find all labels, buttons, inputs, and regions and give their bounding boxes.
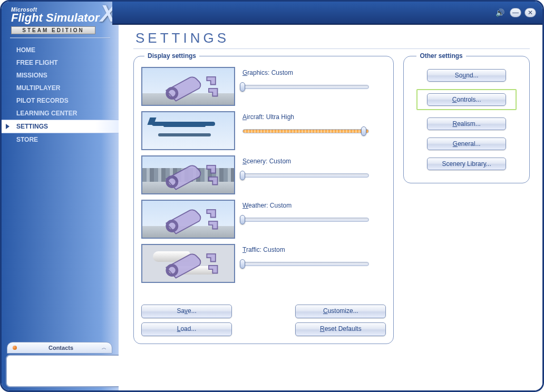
wrench-icon — [162, 205, 220, 236]
aircraft-slider[interactable] — [242, 126, 369, 135]
close-button[interactable]: ✕ — [524, 8, 536, 17]
titlebar: 🔊 — ✕ — [112, 2, 542, 25]
sidebar-nav: HOMEFREE FLIGHTMISSIONSMULTIPLAYERPILOT … — [2, 42, 119, 148]
panels-row: Display settings Graphics: CustomAircraf… — [133, 52, 530, 344]
page-title: SETTINGS — [133, 29, 530, 49]
aircraft-slider-label: Aircraft: Ultra High — [242, 113, 386, 121]
graphics-thumbnail[interactable] — [141, 67, 235, 106]
minimize-button[interactable]: — — [510, 8, 521, 17]
traffic-slider[interactable] — [242, 259, 369, 268]
controls-button[interactable]: Controls... — [427, 93, 506, 106]
weather-thumbnail[interactable] — [141, 200, 235, 239]
scenery-slider-label: Scenery: Custom — [242, 158, 386, 165]
sidebar: Microsoft Flight Simulator X STEAM EDITI… — [2, 2, 119, 390]
graphics-setting-row: Graphics: Custom — [141, 67, 386, 106]
status-dot-icon — [13, 346, 17, 350]
sidebar-item-missions[interactable]: MISSIONS — [2, 69, 119, 82]
contacts-label: Contacts — [20, 345, 102, 351]
slider-knob[interactable] — [361, 126, 366, 136]
logo-separator — [10, 37, 110, 38]
content-area: SETTINGS Display settings Graphics: Cust… — [119, 25, 542, 390]
graphics-slider-label: Graphics: Custom — [242, 69, 386, 76]
customize-button[interactable]: Customize... — [295, 305, 386, 318]
slider-knob[interactable] — [240, 259, 245, 269]
sidebar-item-multiplayer[interactable]: MULTIPLAYER — [2, 82, 119, 94]
sidebar-item-settings[interactable]: SETTINGS — [2, 120, 119, 133]
sidebar-item-pilot-records[interactable]: PILOT RECORDS — [2, 94, 119, 107]
reset-defaults-button[interactable]: Reset Defaults — [295, 322, 386, 336]
slider-track — [242, 129, 369, 133]
wrench-icon — [162, 72, 220, 103]
weather-slider[interactable] — [242, 214, 369, 224]
slider-knob[interactable] — [240, 171, 245, 180]
other-settings-legend: Other settings — [416, 52, 465, 60]
slider-knob[interactable] — [240, 215, 245, 224]
sidebar-item-store[interactable]: STORE — [2, 133, 119, 146]
slider-track — [242, 173, 369, 178]
scenery-library-button[interactable]: Scenery Library... — [427, 158, 506, 170]
display-settings-panel: Display settings Graphics: CustomAircraf… — [133, 52, 394, 344]
other-settings-list: Sound...Controls...Realism...General...S… — [413, 69, 520, 170]
scenery-setting-row: Scenery: Custom — [141, 155, 386, 194]
sound-button[interactable]: Sound... — [427, 69, 506, 82]
display-settings-legend: Display settings — [144, 52, 199, 60]
app-window: Microsoft Flight Simulator X STEAM EDITI… — [0, 0, 544, 392]
slider-track — [242, 85, 369, 89]
app-logo: Microsoft Flight Simulator X STEAM EDITI… — [2, 4, 119, 35]
logo-title: Flight Simulator X — [11, 13, 111, 23]
realism-button[interactable]: Realism... — [427, 117, 506, 130]
traffic-slider-label: Traffic: Custom — [242, 246, 386, 253]
wrench-icon — [162, 161, 220, 191]
logo-edition: STEAM EDITION — [11, 26, 95, 34]
volume-icon[interactable]: 🔊 — [495, 8, 504, 17]
scenery-thumbnail[interactable] — [141, 155, 235, 194]
wrench-icon — [162, 249, 220, 280]
slider-knob[interactable] — [240, 82, 245, 92]
sidebar-item-learning-center[interactable]: LEARNING CENTER — [2, 107, 119, 120]
other-settings-panel: Other settings Sound...Controls...Realis… — [403, 52, 530, 183]
slider-track — [242, 262, 369, 266]
load-button[interactable]: Load... — [141, 322, 232, 336]
save-button[interactable]: Save... — [141, 305, 232, 318]
aircraft-thumbnail[interactable] — [141, 111, 235, 150]
slider-track — [242, 218, 369, 222]
controls-highlight: Controls... — [416, 89, 517, 110]
aircraft-setting-row: Aircraft: Ultra High — [141, 111, 386, 150]
display-bottom-buttons: Save... Customize... Load... Reset Defau… — [141, 305, 386, 336]
traffic-thumbnail[interactable] — [141, 244, 235, 283]
general-button[interactable]: General... — [427, 138, 506, 150]
scenery-slider[interactable] — [242, 170, 369, 180]
weather-slider-label: Weather: Custom — [242, 202, 386, 209]
graphics-slider[interactable] — [242, 82, 369, 91]
weather-setting-row: Weather: Custom — [141, 200, 386, 239]
sidebar-item-free-flight[interactable]: FREE FLIGHT — [2, 56, 119, 69]
sidebar-item-home[interactable]: HOME — [2, 44, 119, 56]
contacts-bar[interactable]: Contacts ︿ — [7, 342, 112, 354]
chevron-up-icon: ︿ — [102, 345, 106, 351]
traffic-setting-row: Traffic: Custom — [141, 244, 386, 283]
